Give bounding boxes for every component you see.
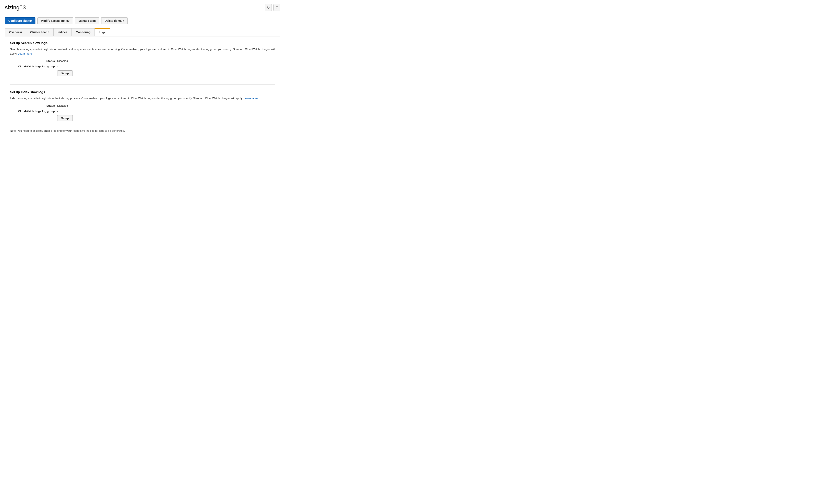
search-slow-logs-setup-button[interactable]: Setup — [57, 70, 73, 76]
delete-domain-button[interactable]: Delete domain — [101, 17, 128, 24]
index-slow-logs-desc: Index slow logs provide insights into th… — [10, 96, 275, 101]
tab-logs[interactable]: Logs — [95, 28, 110, 36]
index-slow-logs-status-label: Status — [10, 104, 55, 107]
tab-overview[interactable]: Overview — [5, 28, 26, 36]
index-slow-logs-section: Set up Index slow logs Index slow logs p… — [10, 91, 275, 121]
logs-tab-content: Set up Search slow logs Search slow logs… — [5, 37, 280, 137]
search-slow-logs-desc: Search slow logs provide insights into h… — [10, 47, 275, 56]
action-bar: Configure cluster Modify access policy M… — [5, 17, 280, 24]
index-slow-logs-setup-button[interactable]: Setup — [57, 115, 73, 121]
tab-monitoring[interactable]: Monitoring — [71, 28, 95, 36]
page-header: sizing53 ↻ ? — [5, 4, 280, 14]
index-slow-logs-setup-row: Setup — [57, 115, 275, 121]
search-slow-logs-status-row: Status Disabled — [10, 59, 275, 62]
manage-tags-button[interactable]: Manage tags — [75, 17, 99, 24]
index-slow-logs-group-row: CloudWatch Logs log group - — [10, 110, 275, 113]
index-slow-logs-status-value: Disabled — [57, 104, 68, 107]
index-slow-logs-status-row: Status Disabled — [10, 104, 275, 107]
search-slow-logs-learn-more[interactable]: Learn more — [18, 52, 32, 55]
index-slow-logs-title: Set up Index slow logs — [10, 91, 275, 94]
search-slow-logs-title: Set up Search slow logs — [10, 41, 275, 45]
search-slow-logs-group-value: - — [57, 65, 58, 68]
section-divider — [10, 85, 275, 85]
search-slow-logs-group-row: CloudWatch Logs log group - — [10, 65, 275, 68]
tab-indices[interactable]: Indices — [53, 28, 72, 36]
search-slow-logs-group-label: CloudWatch Logs log group — [10, 65, 55, 68]
search-slow-logs-status-value: Disabled — [57, 59, 68, 62]
tabs-bar: Overview Cluster health Indices Monitori… — [5, 28, 280, 37]
logs-note: Note: You need to explicitly enable logg… — [10, 129, 275, 132]
search-slow-logs-section: Set up Search slow logs Search slow logs… — [10, 41, 275, 76]
configure-cluster-button[interactable]: Configure cluster — [5, 17, 36, 24]
page-title: sizing53 — [5, 4, 26, 11]
header-icons: ↻ ? — [265, 4, 280, 11]
index-slow-logs-learn-more[interactable]: Learn more — [244, 97, 258, 100]
search-slow-logs-status-label: Status — [10, 59, 55, 62]
help-button[interactable]: ? — [273, 4, 280, 11]
refresh-icon: ↻ — [267, 6, 270, 10]
help-icon: ? — [276, 6, 278, 9]
modify-access-policy-button[interactable]: Modify access policy — [38, 17, 73, 24]
index-slow-logs-group-label: CloudWatch Logs log group — [10, 110, 55, 113]
refresh-button[interactable]: ↻ — [265, 4, 272, 11]
search-slow-logs-setup-row: Setup — [57, 70, 275, 76]
tab-cluster-health[interactable]: Cluster health — [26, 28, 53, 36]
index-slow-logs-group-value: - — [57, 110, 58, 113]
